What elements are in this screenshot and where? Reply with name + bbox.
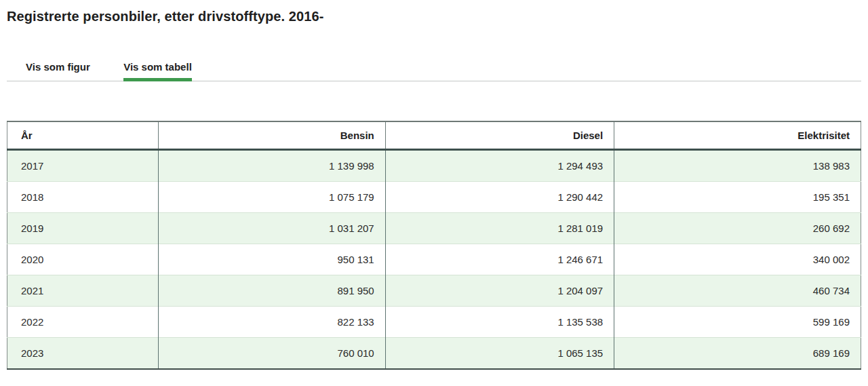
cell-value: 950 131 — [158, 244, 385, 275]
cell-value: 1 075 179 — [158, 182, 385, 213]
table-row: 20181 075 1791 290 442195 351 — [7, 182, 861, 213]
cell-value: 689 169 — [614, 338, 861, 370]
cell-value: 1 246 671 — [385, 244, 614, 275]
page: Registrerte personbiler, etter drivstoff… — [0, 0, 868, 386]
table-row: 2023760 0101 065 135689 169 — [7, 338, 861, 370]
cell-value: 1 281 019 — [385, 213, 614, 244]
cell-value: 460 734 — [614, 275, 861, 307]
cell-year: 2022 — [7, 307, 159, 338]
column-header-bensin: Bensin — [158, 121, 385, 150]
table-row: 2020950 1311 246 671340 002 — [7, 244, 861, 275]
column-header-elektrisitet: Elektrisitet — [614, 121, 861, 150]
cell-value: 760 010 — [158, 338, 385, 370]
table-row: 2021891 9501 204 097460 734 — [7, 275, 861, 307]
cell-value: 822 133 — [158, 307, 385, 338]
cell-value: 1 065 135 — [385, 338, 614, 370]
cell-value: 195 351 — [614, 182, 861, 213]
cell-value: 1 204 097 — [385, 275, 614, 307]
cell-value: 1 135 538 — [385, 307, 614, 338]
cell-value: 1 031 207 — [158, 213, 385, 244]
cell-value: 260 692 — [614, 213, 861, 244]
cell-value: 891 950 — [158, 275, 385, 307]
cell-value: 1 294 493 — [385, 150, 614, 182]
cell-value: 599 169 — [614, 307, 861, 338]
page-title: Registrerte personbiler, etter drivstoff… — [7, 8, 861, 24]
tab-vis-som-figur[interactable]: Vis som figur — [26, 55, 90, 81]
cell-value: 1 139 998 — [158, 150, 385, 182]
cell-year: 2021 — [7, 275, 159, 307]
tab-vis-som-tabell[interactable]: Vis som tabell — [123, 55, 192, 81]
table-header-row: År Bensin Diesel Elektrisitet — [7, 121, 861, 150]
data-table: År Bensin Diesel Elektrisitet 20171 139 … — [7, 121, 861, 370]
cell-value: 340 002 — [614, 244, 861, 275]
table-row: 20171 139 9981 294 493138 983 — [7, 150, 861, 182]
cell-value: 138 983 — [614, 150, 861, 182]
table-body: 20171 139 9981 294 493138 98320181 075 1… — [7, 150, 861, 370]
cell-year: 2019 — [7, 213, 159, 244]
column-header-year: År — [7, 121, 159, 150]
cell-year: 2023 — [7, 338, 159, 370]
table-row: 2022822 1331 135 538599 169 — [7, 307, 861, 338]
table-row: 20191 031 2071 281 019260 692 — [7, 213, 861, 244]
cell-year: 2017 — [7, 150, 159, 182]
cell-year: 2020 — [7, 244, 159, 275]
column-header-diesel: Diesel — [385, 121, 614, 150]
cell-year: 2018 — [7, 182, 159, 213]
cell-value: 1 290 442 — [385, 182, 614, 213]
tabs-bar: Vis som figur Vis som tabell — [7, 55, 861, 81]
